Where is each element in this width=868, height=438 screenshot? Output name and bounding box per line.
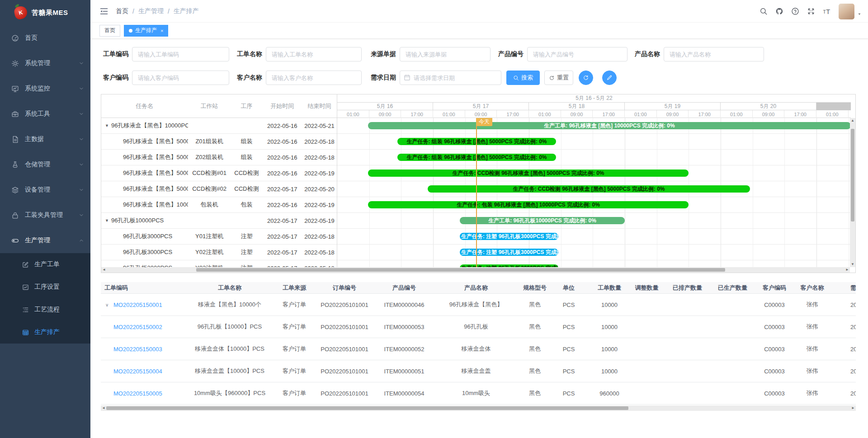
sidebar-item-process-settings[interactable]: 工序设置: [0, 276, 90, 298]
table-row[interactable]: ∨MO202205150001移液盒【黑色】10000个客户订单PO202205…: [101, 294, 856, 316]
gantt-horizontal-scrollbar[interactable]: ◄ ►: [101, 267, 850, 273]
table-column-spec: 规格型号: [521, 282, 548, 293]
sidebar-item-production-scheduling[interactable]: 生产排产: [0, 321, 90, 344]
sidebar-item-home[interactable]: 首页: [0, 25, 90, 51]
filter-work-order-code-input[interactable]: [132, 47, 229, 61]
scroll-down-icon[interactable]: ▼: [850, 262, 855, 267]
gantt-end-date: 2022-05-18: [302, 154, 337, 161]
gantt-vertical-scrollbar[interactable]: ▲ ▼: [850, 118, 855, 267]
gantt-bar[interactable]: 生产工单: 96孔移液盒 [黑色] 10000PCS 完成比例: 0%: [368, 122, 851, 129]
chevron-down-icon[interactable]: [79, 111, 84, 117]
tab-close-icon[interactable]: ×: [160, 28, 163, 33]
scrollbar-thumb[interactable]: [196, 268, 725, 272]
gantt-grid-row[interactable]: ▼96孔孔板10000PCS2022-05-172022-05-19: [101, 213, 337, 229]
gantt-bar[interactable]: 生产工单: 96孔孔板10000PCS 完成比例: 0%: [460, 217, 625, 224]
work-order-link[interactable]: MO202205150002: [113, 324, 162, 330]
scrollbar-thumb[interactable]: [851, 129, 854, 221]
table-horizontal-scrollbar[interactable]: ◄ ►: [101, 405, 856, 411]
table-cell-product_name: 移液盒盒体: [431, 338, 521, 360]
chevron-down-icon[interactable]: [79, 137, 84, 142]
gantt-bar[interactable]: 生产任务: 注塑 96孔孔板3000PCS 完成比例: 0%: [460, 249, 558, 256]
tab-active[interactable]: 生产排产×: [124, 25, 168, 37]
work-order-link[interactable]: MO202205150001: [113, 301, 162, 308]
row-expand-icon[interactable]: ∨: [105, 302, 111, 307]
breadcrumb-item[interactable]: 首页: [116, 7, 128, 15]
grid-line: [337, 133, 851, 134]
grid-line: [369, 118, 370, 268]
filter-work-order-name-input[interactable]: [266, 47, 362, 61]
filter-field-customer-name: 客户名称: [233, 71, 362, 85]
expand-triangle-icon[interactable]: ▼: [105, 218, 109, 223]
table-cell-produced_qty: [711, 382, 754, 404]
fontsize-icon[interactable]: TT: [823, 7, 831, 15]
sidebar-item-production[interactable]: 生产管理: [0, 228, 90, 253]
chevron-down-icon[interactable]: [79, 162, 84, 167]
search-icon[interactable]: [760, 7, 768, 15]
chevron-down-icon[interactable]: [79, 86, 84, 91]
scroll-left-icon[interactable]: ◄: [101, 405, 106, 411]
work-order-link[interactable]: MO202205150004: [113, 368, 162, 375]
filter-field-product-name: 产品名称: [631, 47, 764, 61]
table-row[interactable]: ∨MO202205150004移液盒盒盖【10000】PCS客户订单PO2022…: [101, 360, 856, 382]
filter-customer-name-input[interactable]: [266, 71, 362, 85]
reset-button[interactable]: 重置: [544, 71, 573, 85]
scroll-left-icon[interactable]: ◄: [101, 267, 107, 273]
table-cell-customer_name: 张伟: [795, 382, 830, 404]
gantt-grid-row[interactable]: 96孔孔板3000PCSY02注塑机注塑2022-05-172022-05-18: [101, 245, 337, 260]
filter-source-doc-input[interactable]: [400, 47, 491, 61]
filter-product-name-input[interactable]: [664, 47, 764, 61]
filter-customer-code-input[interactable]: [132, 71, 229, 85]
gantt-hour-cell: 01:00: [816, 110, 849, 118]
sidebar-item-process-flow[interactable]: 工艺流程: [0, 298, 90, 321]
edit-button[interactable]: [602, 71, 617, 85]
scroll-right-icon[interactable]: ►: [844, 267, 850, 273]
table-row[interactable]: ∨MO20220515000510mm吸头【960000】PCS客户订单PO20…: [101, 382, 856, 405]
gantt-grid-row[interactable]: 96孔孔板3000PCSY01注塑机注塑2022-05-172022-05-18: [101, 229, 337, 245]
chevron-down-icon[interactable]: [79, 61, 84, 66]
tab-item[interactable]: 首页: [99, 25, 120, 37]
sidebar-item-warehouse[interactable]: 仓储管理: [0, 152, 90, 177]
avatar[interactable]: [839, 4, 854, 19]
gantt-grid-row[interactable]: 96孔移液盒【黑色】5000PCSCCD检测#01CCD检测2022-05-16…: [101, 165, 337, 181]
scrollbar-thumb[interactable]: [106, 406, 628, 410]
gantt-grid-row[interactable]: 96孔移液盒【黑色】10000PCS包装机包装2022-05-162022-05…: [101, 197, 337, 213]
sidebar-item-work-order[interactable]: 生产工单: [0, 253, 90, 276]
sidebar-item-system-admin[interactable]: 系统管理: [0, 51, 90, 76]
gantt-grid-row[interactable]: ▼96孔移液盒【黑色】10000PCS2022-05-162022-05-21: [101, 118, 337, 134]
filter-demand-date-input[interactable]: [400, 71, 501, 85]
chevron-down-icon[interactable]: [79, 212, 84, 218]
gantt-hour-cell: 01:00: [721, 110, 753, 118]
sidebar-item-system-tools[interactable]: 系统工具: [0, 101, 90, 127]
sidebar-item-master-data[interactable]: 主数据: [0, 127, 90, 152]
github-icon[interactable]: [775, 7, 783, 15]
app-logo[interactable]: K 苦糖果MES: [0, 0, 90, 25]
sidebar-collapse-icon[interactable]: [99, 7, 108, 16]
gantt-grid-row[interactable]: 96孔移液盒【黑色】5000PCSZ01组装机组装2022-05-162022-…: [101, 134, 337, 150]
sidebar-item-equipment[interactable]: 设备管理: [0, 177, 90, 203]
sidebar-item-system-monitor[interactable]: 系统监控: [0, 76, 90, 101]
gantt-bar[interactable]: 生产任务: 包装 96孔移液盒 [黑色] 10000PCS 完成比例: 0%: [368, 201, 689, 208]
chevron-up-icon[interactable]: [79, 238, 84, 243]
filter-label: 客户名称: [233, 74, 262, 82]
sidebar-item-fixture[interactable]: 工装夹具管理: [0, 203, 90, 228]
scroll-right-icon[interactable]: ►: [850, 405, 856, 411]
search-button[interactable]: 搜索: [506, 71, 540, 85]
gantt-grid-row[interactable]: 96孔移液盒【黑色】5000PCSZ02组装机组装2022-05-162022-…: [101, 150, 337, 165]
gantt-bar[interactable]: 生产任务: 注塑 96孔孔板3000PCS 完成比例: 0%: [460, 233, 558, 240]
gantt-station: Z02组装机: [188, 153, 231, 161]
grid-line: [337, 212, 851, 213]
expand-triangle-icon[interactable]: ▼: [105, 123, 109, 128]
caret-down-icon[interactable]: [857, 12, 862, 16]
refresh-button[interactable]: [579, 71, 593, 85]
work-order-link[interactable]: MO202205150003: [113, 346, 162, 353]
work-order-link[interactable]: MO202205150005: [113, 390, 162, 397]
table-row[interactable]: ∨MO202205150003移液盒盒体【10000】PCS客户订单PO2022…: [101, 338, 856, 360]
gantt-grid-row[interactable]: 96孔移液盒【黑色】5000PCSCCD检测#02CCD检测2022-05-17…: [101, 181, 337, 197]
gantt-bar[interactable]: 生产任务: CCD检测 96孔移液盒 [黑色] 5000PCS 完成比例: 0%: [368, 170, 689, 177]
chevron-down-icon[interactable]: [79, 187, 84, 193]
fullscreen-icon[interactable]: [807, 7, 815, 15]
help-icon[interactable]: [791, 7, 799, 15]
table-row[interactable]: ∨MO20220515000296孔孔板【10000】PCS客户订单PO2022…: [101, 316, 856, 338]
filter-product-no-input[interactable]: [527, 47, 627, 61]
scroll-up-icon[interactable]: ▲: [850, 118, 855, 123]
